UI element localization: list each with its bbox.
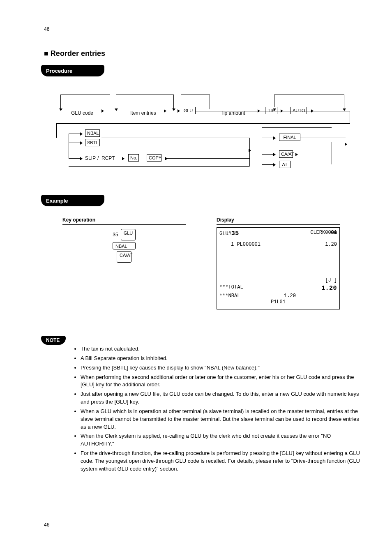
note-item-1: The tax is not calculated.: [81, 345, 362, 353]
key-glu: GLU: [121, 229, 136, 240]
diagram-label-glu-code: GLU code: [71, 110, 93, 116]
diagram-key-final: FINAL: [279, 134, 300, 141]
note-item-3: Pressing the [SBTL] key causes the displ…: [81, 364, 362, 372]
display-total-label: ***TOTAL: [219, 284, 243, 293]
key-nbal: NBAL: [113, 242, 136, 249]
display-item-line: 1 PL000001: [219, 241, 261, 248]
display-column: Display GLU#35 CLERK0001 00 1 PL000001 1…: [217, 217, 340, 309]
key-operation-column: Key operation 35 GLU NBAL CA/AT: [62, 217, 186, 264]
display-nbal-label: ***NBAL: [219, 293, 240, 300]
diagram-label-item-entries: Item entries: [130, 110, 156, 116]
display-bottom: P1L01: [219, 299, 337, 305]
display-frame: GLU#35 CLERK0001 00 1 PL000001 1.20 [J ]…: [217, 227, 340, 309]
diagram-key-nbal: NBAL: [85, 129, 100, 137]
note-item-4: When performing the second additional or…: [81, 374, 362, 389]
note-item-5: Just after opening a new GLU file, its G…: [81, 390, 362, 406]
key-caat: CA/AT: [117, 251, 131, 263]
diagram-key-copy: COPY: [147, 154, 161, 162]
note-item-2: A Bill Separate operation is inhibited.: [81, 355, 362, 362]
display-total-value: 1.20: [321, 284, 337, 293]
page-number-top: 46: [44, 26, 49, 32]
display-nbal-value: 1.20: [284, 293, 296, 300]
display-header: Display: [217, 217, 340, 225]
note-tab: NOTE: [41, 336, 66, 345]
procedure-diagram: GLU code Item entries GLU Tip amount TIP…: [44, 86, 364, 189]
procedure-tab: Procedure: [41, 65, 104, 76]
note-body: The tax is not calculated. A Bill Separa…: [74, 345, 362, 475]
diagram-label-rcpt: RCPT: [101, 155, 115, 161]
diagram-key-caat: CA/AT: [279, 150, 293, 158]
example-tab: Example: [41, 195, 104, 206]
key-operation-header: Key operation: [62, 217, 186, 225]
display-glu-value: 35: [231, 230, 239, 237]
diagram-key-no: No.: [128, 154, 139, 162]
note-item-8: For the drive-through function, the re-c…: [81, 450, 362, 473]
page-title: ■ Reorder entries: [44, 49, 105, 58]
diagram-key-at: AT: [279, 161, 291, 168]
display-item-price: 1.20: [325, 241, 337, 248]
diagram-key-glu: GLU: [181, 107, 196, 114]
diagram-key-auto: AUTO: [291, 107, 307, 114]
display-corner-icon: 00: [331, 230, 337, 236]
diagram-label-slip: SLIP: [85, 155, 96, 161]
display-j-indicator: [J ]: [325, 277, 337, 284]
display-glu-label: GLU#: [219, 231, 231, 237]
note-item-7: When the Clerk system is applied, re-cal…: [81, 432, 362, 448]
page-number-bottom: 46: [44, 522, 49, 528]
diagram-key-sbtl: SBTL: [85, 139, 100, 146]
numeric-input-35: 35: [113, 232, 118, 238]
note-item-6: When a GLU which is in operation at othe…: [81, 408, 362, 431]
